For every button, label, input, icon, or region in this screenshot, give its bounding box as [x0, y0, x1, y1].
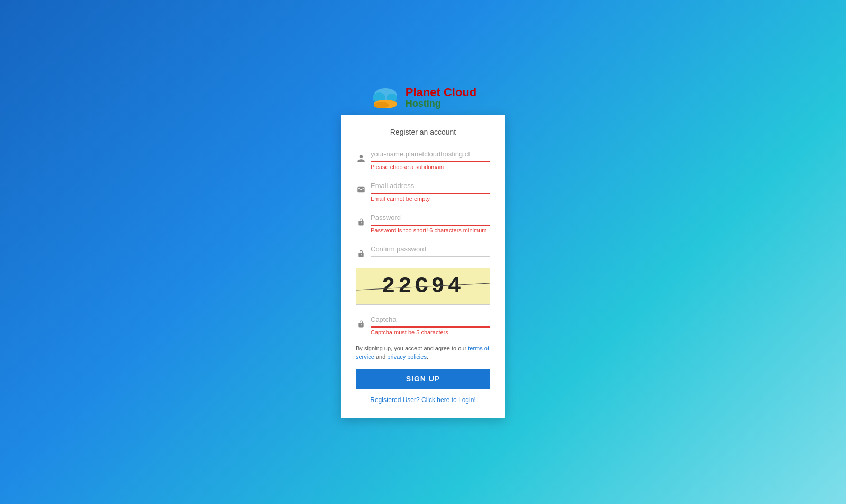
email-error: Email cannot be empty [371, 195, 490, 202]
password-field-inner: Password is too short! 6 characters mini… [371, 210, 490, 234]
login-link-area: Registered User? Click here to Login! [356, 396, 490, 404]
privacy-link[interactable]: privacy policies [387, 353, 427, 360]
logo-planet-cloud: Planet Cloud [406, 86, 476, 99]
captcha-field-group: Captcha must be 5 characters [356, 312, 490, 335]
terms-text: By signing up, you accept and agree to o… [356, 344, 490, 361]
captcha-field-inner: Captcha must be 5 characters [371, 312, 490, 335]
subdomain-input[interactable] [371, 147, 490, 162]
email-icon [356, 186, 366, 195]
subdomain-error: Please choose a subdomain [371, 164, 490, 170]
logo: Planet Cloud Hosting [370, 86, 476, 110]
email-input[interactable] [371, 179, 490, 194]
lock-icon-password [356, 218, 366, 228]
captcha-error: Captcha must be 5 characters [371, 329, 490, 335]
password-input[interactable] [371, 210, 490, 226]
confirm-password-input[interactable] [371, 242, 490, 257]
captcha-input[interactable] [371, 312, 490, 328]
logo-text: Planet Cloud Hosting [406, 86, 476, 109]
card-title: Register an account [356, 128, 490, 136]
person-icon [356, 154, 366, 164]
email-field-group: Email cannot be empty [356, 179, 490, 202]
register-card: Register an account Please choose a subd… [341, 115, 505, 418]
lock-icon-captcha [356, 320, 366, 330]
captcha-image: 22C94 [356, 268, 490, 305]
password-error: Password is too short! 6 characters mini… [371, 227, 490, 234]
subdomain-field-group: Please choose a subdomain [356, 147, 490, 170]
email-field-inner: Email cannot be empty [371, 179, 490, 202]
subdomain-field-inner: Please choose a subdomain [371, 147, 490, 170]
confirm-password-field-group [356, 242, 490, 259]
password-field-group: Password is too short! 6 characters mini… [356, 210, 490, 234]
logo-hosting: Hosting [406, 99, 476, 109]
login-link[interactable]: Registered User? Click here to Login! [370, 396, 475, 404]
confirm-password-field-inner [371, 242, 490, 257]
svg-point-4 [374, 102, 389, 108]
signup-button[interactable]: SIGN UP [356, 369, 490, 389]
logo-icon [370, 86, 401, 110]
lock-icon-confirm [356, 249, 366, 259]
